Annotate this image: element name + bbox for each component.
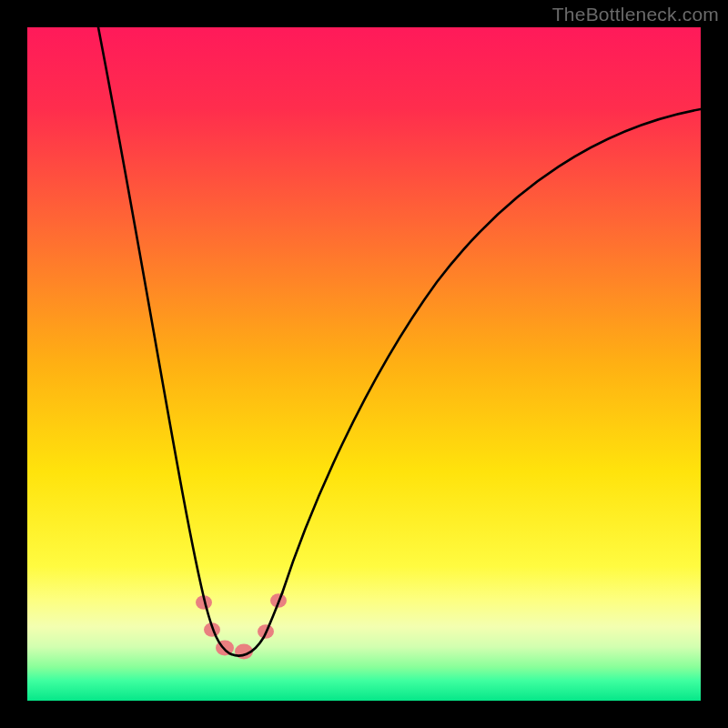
chart-frame: TheBottleneck.com xyxy=(0,0,728,728)
bottleneck-curve xyxy=(282,109,701,593)
plot-area xyxy=(27,27,701,701)
bottleneck-curve xyxy=(98,27,282,656)
chart-svg xyxy=(27,27,701,701)
watermark-text: TheBottleneck.com xyxy=(552,4,719,25)
